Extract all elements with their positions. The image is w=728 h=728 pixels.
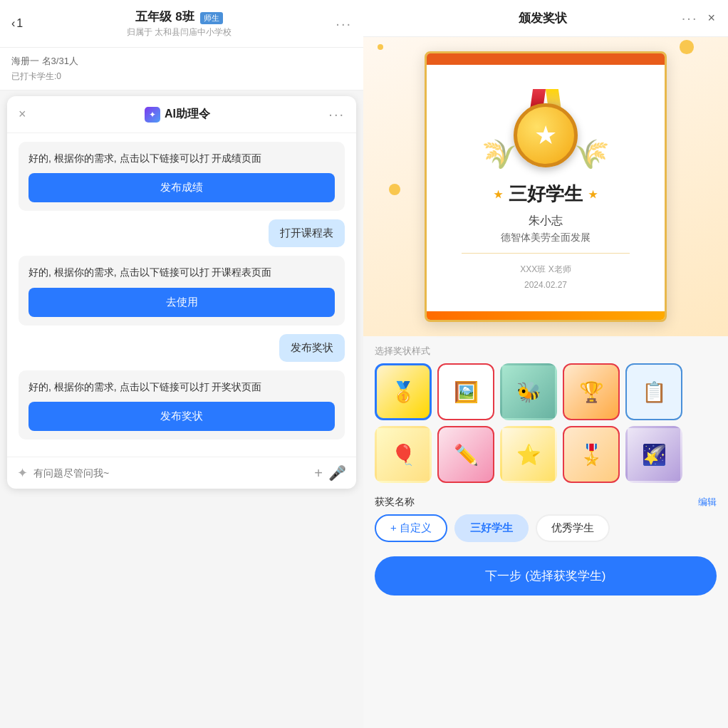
cert-card: ★ 🌾 🌾 ★ 三好学生 ★ 朱小志 德智体美劳全面发展 XXX班 X老师 20… xyxy=(425,51,667,322)
checkin-info: 已打卡学生:0 xyxy=(11,71,352,83)
bot-text-2: 好的, 根据你的需求, 点击以下链接可以打 开课程表页面 xyxy=(28,264,335,280)
class-title: 五年级 8班 xyxy=(135,10,194,24)
style-item-frame-red[interactable]: 🖼️ xyxy=(437,363,494,420)
user-message-2: 发布奖状 xyxy=(19,334,345,362)
ai-input-bar: ✦ + 🎤 xyxy=(7,457,356,489)
award-chip-+ 自定义[interactable]: + 自定义 xyxy=(375,514,447,542)
style-label: 选择奖状样式 xyxy=(375,345,717,358)
publish-award-button[interactable]: 发布奖状 xyxy=(28,402,335,431)
ai-more-button[interactable]: ··· xyxy=(328,106,345,123)
ai-input-field[interactable] xyxy=(33,467,308,479)
ai-close-button[interactable]: × xyxy=(19,107,26,122)
class-header: ‹ 1 五年级 8班 师生 归属于 太和县闫庙中小学校 ··· xyxy=(0,0,363,48)
style-item-comet[interactable]: 🌠 xyxy=(625,426,682,483)
class-info-center: 五年级 8班 师生 归属于 太和县闫庙中小学校 xyxy=(127,9,232,38)
cert-teacher-info: XXX班 X老师 2024.02.27 xyxy=(520,262,571,293)
wheat-left-icon: 🌾 xyxy=(482,137,517,171)
header-more-button[interactable]: ··· xyxy=(336,16,352,32)
publish-grades-button[interactable]: 发布成绩 xyxy=(28,173,335,202)
teacher-badge: 师生 xyxy=(200,12,223,24)
cert-bottom-bar xyxy=(427,311,665,320)
right-more-button[interactable]: ··· xyxy=(682,10,698,26)
bot-message-2: 好的, 根据你的需求, 点击以下链接可以打 开课程表页面 去使用 xyxy=(19,256,345,325)
right-panel-title: 颁发奖状 xyxy=(519,10,567,26)
cert-divider xyxy=(462,253,629,254)
star-icon: ★ xyxy=(534,120,557,150)
right-panel: 颁发奖状 ··· × ★ 🌾 🌾 ★ 三好学生 ★ 朱小志 xyxy=(363,0,728,728)
ai-title: AI助理令 xyxy=(165,107,210,122)
go-use-button[interactable]: 去使用 xyxy=(28,288,335,317)
ai-header: × ✦ AI助理令 ··· xyxy=(7,96,356,133)
cert-top-bar xyxy=(427,53,665,65)
edit-button[interactable]: 编辑 xyxy=(698,496,717,509)
next-step-button[interactable]: 下一步 (选择获奖学生) xyxy=(375,556,717,596)
bot-message-1: 好的, 根据你的需求, 点击以下链接可以打 开成绩页面 发布成绩 xyxy=(19,142,345,211)
style-icon-ribbon: 🎖️ xyxy=(564,427,618,482)
style-item-trophy[interactable]: 🏆 xyxy=(563,363,620,420)
user-bubble-1: 打开课程表 xyxy=(269,219,345,247)
style-icon-pencil: ✏️ xyxy=(439,427,493,482)
style-icon-frame-red: 🖼️ xyxy=(439,365,493,419)
cert-award-name: ★ 三好学生 ★ xyxy=(494,182,598,207)
style-item-balloon[interactable]: 🎈 xyxy=(375,426,432,483)
award-chip-优秀学生[interactable]: 优秀学生 xyxy=(536,514,610,542)
chevron-left-icon: ‹ xyxy=(11,17,15,30)
style-item-bee[interactable]: 🐝 xyxy=(500,363,557,420)
left-panel: ‹ 1 五年级 8班 师生 归属于 太和县闫庙中小学校 ··· 海册一 名3/3… xyxy=(0,0,363,728)
award-name-label: 获奖名称 xyxy=(375,496,415,509)
style-item-pencil[interactable]: ✏️ xyxy=(437,426,494,483)
style-icon-trophy: 🏆 xyxy=(564,365,618,419)
award-name-row: 获奖名称 编辑 xyxy=(375,496,717,509)
style-icon-frame-blue: 📋 xyxy=(627,365,681,419)
style-icon-balloon: 🎈 xyxy=(377,428,430,481)
cert-description: 德智体美劳全面发展 xyxy=(501,232,591,244)
medal-circle: ★ 🌾 🌾 xyxy=(514,103,578,167)
partial-content: 海册一 名3/31人 已打卡学生:0 xyxy=(0,48,363,90)
bot-text-1: 好的, 根据你的需求, 点击以下链接可以打 开成绩页面 xyxy=(28,150,335,166)
award-chip-三好学生[interactable]: 三好学生 xyxy=(454,514,529,542)
style-grid: 🥇🖼️🐝🏆📋🎈✏️⭐🎖️🌠 xyxy=(375,363,717,483)
ai-panel: × ✦ AI助理令 ··· 好的, 根据你的需求, 点击以下链接可以打 开成绩页… xyxy=(7,96,356,489)
cert-preview-area: ★ 🌾 🌾 ★ 三好学生 ★ 朱小志 德智体美劳全面发展 XXX班 X老师 20… xyxy=(363,37,728,336)
cert-student-name: 朱小志 xyxy=(529,214,563,229)
class-title-row: 五年级 8班 师生 xyxy=(127,9,232,25)
back-count: 1 xyxy=(16,17,23,30)
award-chips: + 自定义三好学生优秀学生 xyxy=(375,514,717,542)
user-bubble-2: 发布奖状 xyxy=(279,334,345,362)
partial-text: 海册一 名3/31人 xyxy=(11,55,352,68)
ai-title-row: ✦ AI助理令 xyxy=(145,107,210,123)
award-name-section: 获奖名称 编辑 + 自定义三好学生优秀学生 xyxy=(363,489,728,548)
style-section: 选择奖状样式 🥇🖼️🐝🏆📋🎈✏️⭐🎖️🌠 xyxy=(363,336,728,489)
user-message-1: 打开课程表 xyxy=(19,219,345,247)
style-icon-stars: ⭐ xyxy=(502,428,555,481)
plus-icon[interactable]: + xyxy=(314,465,323,482)
style-item-medal[interactable]: 🥇 xyxy=(375,363,432,420)
style-icon-medal: 🥇 xyxy=(377,365,430,418)
sparkle-icon: ✦ xyxy=(17,465,28,481)
bot-message-3: 好的, 根据你的需求, 点击以下链接可以打 开奖状页面 发布奖状 xyxy=(19,370,345,440)
wheat-right-icon: 🌾 xyxy=(574,137,610,171)
header-left: ‹ 1 xyxy=(11,17,23,30)
ai-body: 好的, 根据你的需求, 点击以下链接可以打 开成绩页面 发布成绩 打开课程表 好… xyxy=(7,133,356,457)
bot-text-3: 好的, 根据你的需求, 点击以下链接可以打 开奖状页面 xyxy=(28,379,335,395)
right-header-actions: ··· × xyxy=(682,10,715,26)
right-header: 颁发奖状 ··· × xyxy=(363,0,728,37)
style-item-ribbon[interactable]: 🎖️ xyxy=(563,426,620,483)
right-close-button[interactable]: × xyxy=(707,11,715,26)
class-subtitle: 归属于 太和县闫庙中小学校 xyxy=(127,26,232,38)
style-icon-bee: 🐝 xyxy=(502,365,555,418)
medal-container: ★ 🌾 🌾 xyxy=(514,89,578,167)
back-button[interactable]: ‹ 1 xyxy=(11,17,23,30)
style-item-frame-blue[interactable]: 📋 xyxy=(625,363,682,420)
ai-icon: ✦ xyxy=(145,107,160,123)
style-item-stars[interactable]: ⭐ xyxy=(500,426,557,483)
mic-icon[interactable]: 🎤 xyxy=(328,464,346,482)
style-icon-comet: 🌠 xyxy=(628,428,680,481)
